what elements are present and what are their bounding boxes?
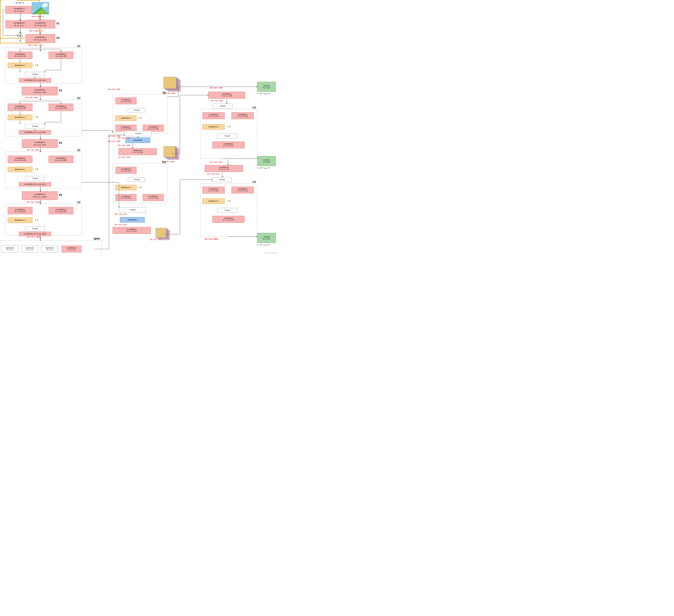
c3-1-concat: Concat bbox=[25, 72, 45, 77]
sppf-label: SPPF bbox=[94, 238, 100, 240]
cn1-conv-br: ConvBNSILU k1, s1, p0, c256 bbox=[143, 125, 164, 132]
c3-3-conv-right: ConvBNSILU k1, s1, p0, c256 bbox=[48, 156, 73, 163]
svg-point-23 bbox=[45, 3, 48, 6]
conv-p2: ConvBNSILU k3, s2, p1, c128 bbox=[25, 34, 55, 43]
c3-right1-label: C3 bbox=[252, 106, 256, 109]
c3-block4: C3 ConvBNSILU k1, s1, p0, c512 ConvBNSIL… bbox=[5, 204, 82, 235]
cr2-conv-right: ConvBNSILU k1, s1, p0, c512 bbox=[231, 187, 254, 194]
cr1-conv-left: ConvBNSILU k1, s1, p0, c256 bbox=[203, 112, 225, 119]
c3-2-x6: × 6 bbox=[35, 116, 38, 118]
cn2-bottleneck: BottleNeck 2 bbox=[115, 185, 136, 190]
c3-4-conv-right: ConvBNSILU k1, s1, p0, c512 bbox=[48, 207, 73, 214]
c3-neck1-section: C3 ConvBNSILU k1, s1, p0, c256 Concat Bo… bbox=[113, 94, 167, 134]
c3-1-conv-out: ConvBNSILU k1, s1, p0, c128 bbox=[19, 78, 51, 83]
c3-1-conv-right: ConvBNSILU k1, s1, p0, c64 bbox=[48, 51, 73, 59]
dim-40-256-after-up: 40 × 40 × 256 bbox=[118, 144, 130, 146]
c3-block1-label: C3 bbox=[77, 45, 80, 47]
label-p2: P2 bbox=[57, 37, 60, 39]
c3-right2-section: C3 ConvBNSILU k1, s1, p0, c512 ConvBNSIL… bbox=[200, 183, 257, 237]
c3-neck2-section: C3 ConvBNSILU k1, s1, p0, c512 Concat Bo… bbox=[113, 163, 167, 203]
bottleneck2-title: BottleNeck 2 bbox=[2, 0, 17, 0]
label-p4: P4 bbox=[59, 142, 62, 144]
conv2d-80: Conv2d k1, s1, p0 bbox=[257, 82, 276, 92]
dim-40-512-right: 40 × 40 × 512 bbox=[210, 161, 222, 163]
conv-down-40: ConvBNSILU k3, s2, p1, c512 bbox=[205, 165, 243, 172]
c-formula-80: c = (5 + ncls) × 3 bbox=[257, 93, 270, 95]
c3-right2-label: C3 bbox=[252, 180, 256, 183]
label-p3: P3 bbox=[59, 89, 62, 92]
cn2-conv-top: ConvBNSILU k1, s1, p0, c512 bbox=[115, 167, 136, 174]
input-image bbox=[32, 2, 49, 14]
c-formula-20: c = (5 + ncls) × 3 bbox=[257, 244, 270, 246]
dim-20-512-after-up: 20 × 20 × 512 bbox=[114, 224, 127, 226]
cn2-conv-br: ConvBNSILU k1, s1, p0, c512 bbox=[143, 194, 164, 201]
conv-neck-bottom: ConvBNSILU k1, s1, p0, c512 bbox=[112, 227, 151, 234]
dim-80-256-neck: 80 × 80 × 256 bbox=[108, 88, 120, 91]
dim-20-1024-left: 20 × 20 × 1024 bbox=[27, 201, 40, 203]
dim-after-c3-4: 20 × 20 × 1024 bbox=[27, 236, 40, 238]
dim-20-1024-right2: 20 × 20 × 1024 bbox=[205, 238, 218, 240]
cn1-conv-left: ConvBNSILU k1, s1, p0, c256 bbox=[115, 97, 136, 104]
cr1-bottleneck: BottleNeck 2 bbox=[203, 124, 225, 130]
conv-p1: ConvBNSILU k6, s2, p2, c64 bbox=[25, 20, 55, 28]
cr1-conv-out: ConvBNSILU k1, s1, p0, c512 bbox=[212, 141, 245, 148]
conv-p3: ConvBNSILU k3, s2, p1, c256 bbox=[22, 87, 58, 95]
c3-4-bottleneck: BottleNeck 1 bbox=[8, 218, 32, 223]
cr2-x3: × 3 bbox=[227, 200, 230, 202]
c3-1-conv-left: ConvBNSILU k1, s1, p0, c64 bbox=[8, 51, 32, 59]
dim-80-256-right: 80 × 80 × 256 bbox=[210, 87, 222, 89]
c3-right1-section: C3 ConvBNSILU k1, s1, p0, c256 ConvBNSIL… bbox=[200, 109, 257, 158]
maxpool1: MaxPool2d k5, s1, p2 bbox=[1, 246, 18, 252]
label-p5: P5 bbox=[59, 194, 62, 197]
c3-3-concat: Concat bbox=[25, 176, 45, 181]
c3-neck2-label: C3 bbox=[162, 161, 166, 163]
cr2-conv-out: ConvBNSILU k1, s1, p0, c1024 bbox=[212, 216, 245, 223]
bn2-conv1: ConvBNSILU k1, s1, p0, c bbox=[5, 6, 33, 14]
cn1-concat: Concat bbox=[128, 108, 145, 113]
cr1-conv-right: ConvBNSILU k1, s1, p0, c256 bbox=[231, 112, 254, 119]
c3-3-bottleneck: BottleNeck 1 bbox=[8, 167, 32, 172]
c3-4-concat: Concat bbox=[25, 226, 45, 231]
cr2-conv-left: ConvBNSILU k1, s1, p0, c512 bbox=[203, 187, 225, 194]
cr2-bottleneck: BottleNeck 2 bbox=[203, 199, 225, 204]
architecture-diagram: BottleNeck 1 h × w × c ConvBNSILU k1, s1… bbox=[0, 0, 280, 255]
dim-80-256-left: 80 × 80 × 256 bbox=[25, 96, 38, 99]
dim-40-512-concat: 40 × 40 × 512 bbox=[115, 213, 127, 215]
cn1-conv-bl: ConvBNSILU k1, s1, p0, c256 bbox=[115, 125, 136, 132]
cn2-x3: × 3 bbox=[138, 186, 142, 189]
conv-down-80: ConvBNSILU k3, s2, p1, c256 bbox=[208, 92, 245, 99]
cn2-concat: Concat bbox=[128, 177, 145, 182]
feature-stack-20 bbox=[155, 228, 171, 240]
concat-right-20: Concat bbox=[212, 177, 232, 182]
cn1-x3: × 3 bbox=[138, 117, 142, 119]
conv-p4: ConvBNSILU k3, s2, p1, c512 bbox=[22, 139, 58, 148]
dim-640: 640 × 640 × 3 bbox=[32, 15, 44, 18]
c3-1-bottleneck: BottleNeck 1 bbox=[8, 63, 32, 68]
dim-160: 160 × 160 × 128 bbox=[28, 44, 42, 46]
conv2d-20: Conv2d k1, s1, p0 bbox=[257, 233, 276, 243]
cr2-concat: Concat bbox=[217, 208, 237, 213]
dim-80-256-neck3: 80 × 80 × 256 bbox=[108, 140, 120, 142]
dim-80-256-concat: 80 × 80 × 256 bbox=[118, 137, 130, 139]
dim-20-512-right: 20 × 20 × 512 bbox=[207, 173, 219, 175]
label-p1: P1 bbox=[57, 22, 60, 25]
c-formula-40: c = (5 + ncls) × 3 bbox=[257, 167, 270, 169]
dim-320: 320 × 320 × 64 bbox=[29, 30, 42, 32]
c3-block2: C3 ConvBNSILU k1, s1, p0, c128 ConvBNSIL… bbox=[5, 100, 82, 136]
c3-2-conv-left: ConvBNSILU k1, s1, p0, c128 bbox=[8, 104, 32, 111]
sppf-section: SPPF MaxPool2d k5, s1, p2 MaxPool2d k5, … bbox=[0, 240, 102, 255]
c3-neck1-label: C3 bbox=[162, 92, 166, 94]
c3-3-x9: × 9 bbox=[35, 168, 38, 170]
c3-block3-label: C3 bbox=[77, 149, 80, 152]
c3-block3: C3 ConvBNSILU k1, s1, p0, c256 ConvBNSIL… bbox=[5, 152, 82, 188]
c3-block1: C3 ConvBNSILU k1, s1, p0, c64 ConvBNSILU… bbox=[5, 47, 82, 84]
concat-40: Concat bbox=[119, 207, 146, 213]
c3-2-concat: Concat bbox=[25, 124, 45, 129]
cn1-bottleneck: BottleNeck 2 bbox=[115, 115, 136, 121]
maxpool2: MaxPool2d k5, s1, p2 bbox=[21, 246, 38, 252]
concat-right-40: Concat bbox=[213, 104, 232, 109]
c3-block4-label: C3 bbox=[77, 201, 80, 204]
svg-point-24 bbox=[42, 4, 44, 7]
feature-stack-40 bbox=[163, 146, 180, 160]
upsample2: Upsample bbox=[120, 217, 145, 223]
